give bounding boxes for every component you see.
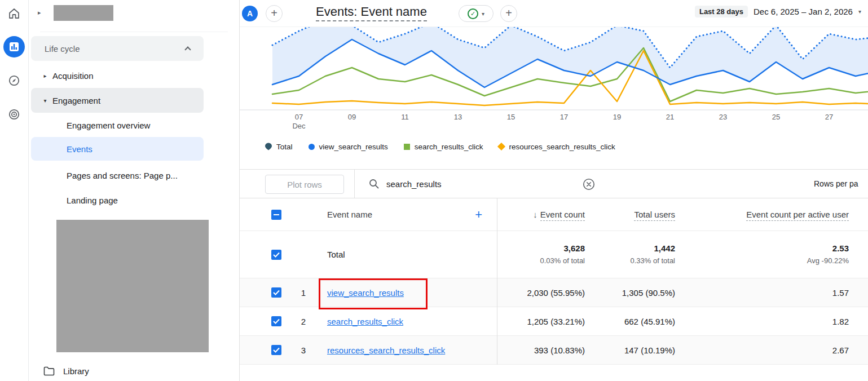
- legend-item[interactable]: resources_search_results_click: [499, 143, 615, 151]
- events-line-chart: [240, 27, 868, 112]
- explore-icon[interactable]: [3, 70, 25, 91]
- divider: [354, 169, 355, 198]
- avatar[interactable]: A: [242, 6, 258, 21]
- row-index: 1: [281, 288, 325, 298]
- chevron-up-icon: [184, 46, 191, 52]
- legend-label: view_search_results: [319, 143, 388, 151]
- column-header-event-name[interactable]: Event name: [327, 210, 372, 219]
- x-axis-tick: 27: [816, 113, 843, 122]
- add-button[interactable]: +: [500, 5, 517, 22]
- item-label: Engagement: [52, 96, 100, 105]
- sidebar-section-life-cycle[interactable]: Life cycle: [31, 36, 204, 61]
- item-label: Landing page: [67, 196, 118, 205]
- legend-item[interactable]: view_search_results: [309, 143, 388, 151]
- x-axis-tick: 13: [444, 113, 472, 122]
- sort-desc-icon: ↓: [533, 210, 537, 219]
- event-count-cell: 1,205 (33.21%): [497, 317, 595, 326]
- per-active-user-cell: 1.57: [685, 288, 868, 298]
- chevron-right-icon[interactable]: ▸: [38, 9, 41, 16]
- total-users-cell: 147 (10.19%): [595, 345, 685, 355]
- column-header-total-users[interactable]: Total users: [634, 210, 675, 221]
- report-status-pill[interactable]: ✓ ▾: [459, 5, 494, 22]
- event-name-link[interactable]: view_search_results: [327, 288, 404, 298]
- advertising-icon[interactable]: [3, 104, 25, 125]
- search-input[interactable]: [386, 176, 572, 192]
- legend-marker-square: [404, 144, 410, 150]
- row-checkbox[interactable]: [271, 345, 281, 355]
- date-range-dates: Dec 6, 2025 – Jan 2, 2026: [754, 7, 853, 16]
- total-event-count: 3,628: [497, 243, 585, 254]
- clear-search-icon[interactable]: [581, 177, 596, 194]
- date-range-preset: Last 28 days: [695, 6, 748, 17]
- search-icon: [368, 178, 380, 192]
- row-checkbox[interactable]: [271, 287, 281, 298]
- table-row-search_results_click: 2 search_results_click 1,205 (33.21%) 66…: [240, 307, 868, 336]
- sidebar-item-engagement-overview[interactable]: Engagement overview: [31, 113, 204, 138]
- item-label: Engagement overview: [67, 121, 150, 130]
- table-body: 1 view_search_results 2,030 (55.95%) 1,3…: [240, 278, 868, 365]
- sidebar-item-landing-page[interactable]: Landing page: [31, 188, 204, 212]
- total-per-active-user-sub: Avg -90.22%: [685, 256, 849, 266]
- x-axis: 07Dec09111315171921232527: [240, 113, 868, 135]
- sidebar-item-engagement[interactable]: ▾ Engagement: [31, 88, 204, 113]
- total-series-icon: [265, 143, 272, 150]
- column-header-event-count[interactable]: Event count: [540, 210, 585, 221]
- report-title[interactable]: Events: Event name: [316, 5, 427, 21]
- ga4-events-report: ▸ Life cycle ▸ Acquisition ▾ Engagement …: [0, 0, 868, 381]
- check-icon: [273, 318, 280, 324]
- per-active-user-cell: 1.82: [685, 317, 868, 326]
- plot-rows-button[interactable]: Plot rows: [265, 175, 344, 194]
- select-all-checkbox[interactable]: [271, 210, 281, 220]
- sidebar-item-library[interactable]: Library: [29, 362, 239, 380]
- total-area-fill: [272, 27, 868, 87]
- legend-marker-circle: [309, 144, 315, 150]
- table-toolbar: Plot rows Rows per pa: [240, 169, 868, 198]
- check-icon: [273, 252, 280, 258]
- indeterminate-mark: [274, 214, 279, 215]
- x-axis-tick: 25: [763, 113, 790, 122]
- nav-icon-rail: [0, 0, 29, 381]
- total-label: Total: [325, 250, 497, 259]
- chevron-down-icon: ▾: [858, 8, 861, 15]
- event-count-cell: 393 (10.83%): [497, 345, 595, 355]
- check-icon: ✓: [468, 8, 478, 19]
- item-label: Library: [63, 366, 89, 376]
- reports-icon[interactable]: [3, 36, 25, 57]
- folder-icon: [43, 366, 55, 376]
- sidebar-item-events[interactable]: Events: [31, 137, 204, 161]
- legend-item[interactable]: search_results_click: [404, 143, 483, 151]
- event-count-cell: 2,030 (55.95%): [497, 288, 595, 298]
- event-name-link[interactable]: search_results_click: [327, 317, 403, 326]
- redacted-label: [54, 5, 113, 21]
- table-row-view_search_results: 1 view_search_results 2,030 (55.95%) 1,3…: [240, 278, 868, 307]
- event-name-link[interactable]: resources_search_results_click: [327, 345, 445, 355]
- total-row-checkbox[interactable]: [271, 250, 281, 260]
- add-column-icon[interactable]: +: [475, 207, 482, 222]
- sidebar-item-acquisition[interactable]: ▸ Acquisition: [31, 63, 204, 88]
- chevron-down-icon: ▾: [38, 98, 52, 104]
- legend-item[interactable]: Total: [265, 143, 293, 151]
- rows-per-page-label: Rows per pa: [814, 179, 858, 188]
- legend-label: Total: [276, 143, 293, 151]
- table-total-row: Total 3,628 0.03% of total 1,442 0.33% o…: [240, 231, 868, 278]
- divider: [40, 32, 228, 32]
- row-checkbox[interactable]: [271, 316, 281, 326]
- sidebar-item-pages-and-screens[interactable]: Pages and screens: Page p...: [31, 163, 204, 188]
- row-index: 2: [281, 317, 325, 326]
- item-label: Events: [67, 144, 92, 154]
- divider: [497, 198, 497, 365]
- home-icon[interactable]: [3, 3, 25, 24]
- date-range-picker[interactable]: Last 28 days Dec 6, 2025 – Jan 2, 2026 ▾: [695, 6, 861, 17]
- column-header-per-active-user[interactable]: Event count per active user: [746, 210, 849, 221]
- table-row-resources_search_results_click: 3 resources_search_results_click 393 (10…: [240, 336, 868, 365]
- per-active-user-cell: 2.67: [685, 345, 868, 355]
- total-per-active-user: 2.53: [685, 243, 849, 254]
- chevron-down-icon: ▾: [482, 11, 484, 17]
- add-comparison-button[interactable]: +: [266, 5, 283, 22]
- table-header-row: Event name + ↓Event count Total users Ev…: [240, 198, 868, 231]
- x-axis-tick: 19: [603, 113, 631, 122]
- item-label: Acquisition: [52, 71, 94, 81]
- x-axis-tick: 15: [497, 113, 525, 122]
- x-axis-tick: 11: [391, 113, 418, 122]
- total-users-value: 1,442: [595, 243, 675, 254]
